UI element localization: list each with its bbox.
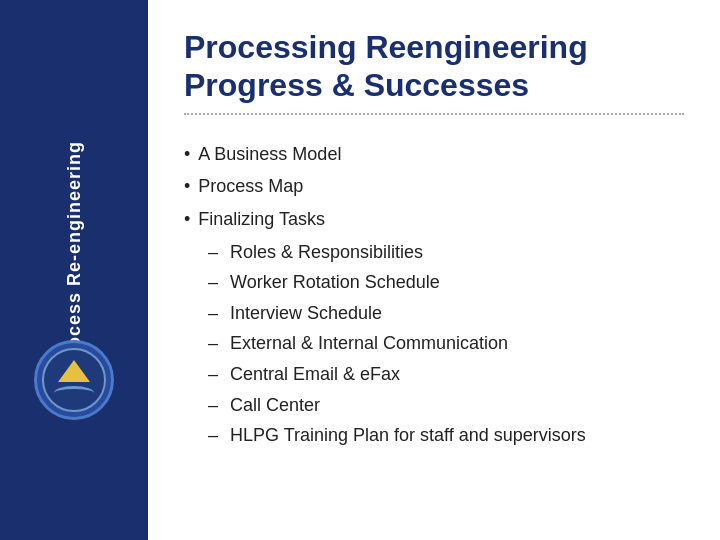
sub-item-6: – Call Center xyxy=(208,390,684,421)
bullet-item-2: • Process Map xyxy=(184,171,684,202)
sub-item-text-2: Worker Rotation Schedule xyxy=(230,267,684,298)
sub-item-7: – HLPG Training Plan for staff and super… xyxy=(208,420,684,451)
bullet-text-3: Finalizing Tasks xyxy=(198,204,325,235)
dash-5: – xyxy=(208,359,222,390)
dash-3: – xyxy=(208,298,222,329)
bullet-text-1: A Business Model xyxy=(198,139,341,170)
sub-item-2: – Worker Rotation Schedule xyxy=(208,267,684,298)
logo-inner xyxy=(42,348,106,412)
dash-2: – xyxy=(208,267,222,298)
bullet-item-1: • A Business Model xyxy=(184,139,684,170)
sub-item-text-5: Central Email & eFax xyxy=(230,359,684,390)
dash-7: – xyxy=(208,420,222,451)
sub-item-4: – External & Internal Communication xyxy=(208,328,684,359)
sub-item-text-4: External & Internal Communication xyxy=(230,328,684,359)
dash-1: – xyxy=(208,237,222,268)
dash-4: – xyxy=(208,328,222,359)
sub-item-text-6: Call Center xyxy=(230,390,684,421)
sub-item-5: – Central Email & eFax xyxy=(208,359,684,390)
sub-item-1: – Roles & Responsibilities xyxy=(208,237,684,268)
sub-item-text-1: Roles & Responsibilities xyxy=(230,237,684,268)
sidebar: Process Re-engineering xyxy=(0,0,148,540)
sub-item-3: – Interview Schedule xyxy=(208,298,684,329)
sub-item-text-7: HLPG Training Plan for staff and supervi… xyxy=(230,420,684,451)
page-title: Processing Reengineering Progress & Succ… xyxy=(184,28,684,115)
bullet-icon-2: • xyxy=(184,171,190,202)
mountain-icon xyxy=(58,360,90,382)
sub-item-text-3: Interview Schedule xyxy=(230,298,684,329)
bullet-item-3: • Finalizing Tasks xyxy=(184,204,684,235)
dash-6: – xyxy=(208,390,222,421)
bullet-icon-1: • xyxy=(184,139,190,170)
arc-icon xyxy=(54,386,94,400)
sidebar-label: Process Re-engineering xyxy=(64,141,85,369)
bullet-text-2: Process Map xyxy=(198,171,303,202)
bullet-icon-3: • xyxy=(184,204,190,235)
main-content: Processing Reengineering Progress & Succ… xyxy=(148,0,720,540)
content-list: • A Business Model • Process Map • Final… xyxy=(184,139,684,451)
sidebar-logo xyxy=(34,340,114,420)
sub-list: – Roles & Responsibilities – Worker Rota… xyxy=(208,237,684,451)
